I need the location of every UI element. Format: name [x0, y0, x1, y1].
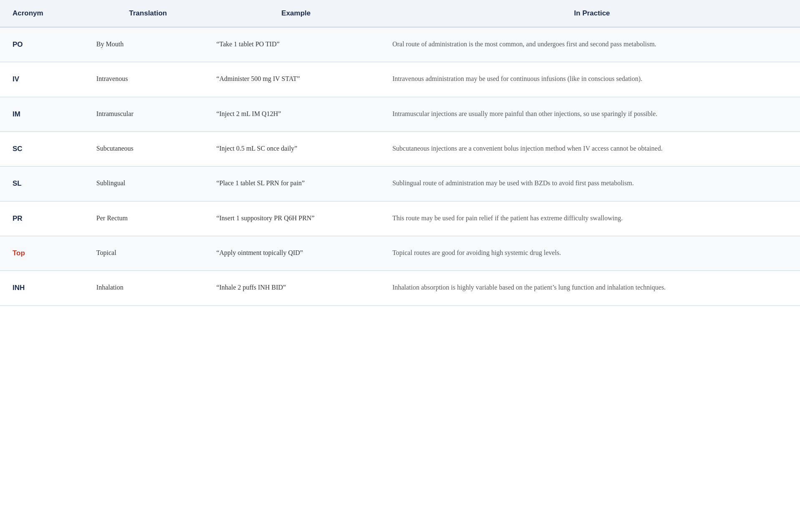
table-row: IVIntravenous“Administer 500 mg IV STAT”…: [0, 62, 800, 97]
cell-example: “Place 1 tablet SL PRN for pain”: [208, 166, 384, 201]
cell-acronym: IM: [0, 97, 88, 131]
cell-translation: Inhalation: [88, 271, 208, 305]
cell-inpractice: Intramuscular injections are usually mor…: [384, 97, 800, 131]
cell-inpractice: Sublingual route of administration may b…: [384, 166, 800, 201]
cell-inpractice: Topical routes are good for avoiding hig…: [384, 236, 800, 271]
cell-acronym: SL: [0, 166, 88, 201]
cell-acronym: INH: [0, 271, 88, 305]
main-container: Acronym Translation Example In Practice …: [0, 0, 800, 532]
cell-acronym: PR: [0, 201, 88, 236]
cell-inpractice: Oral route of administration is the most…: [384, 27, 800, 62]
cell-example: “Inhale 2 puffs INH BID”: [208, 271, 384, 305]
header-translation: Translation: [88, 0, 208, 27]
table-header-row: Acronym Translation Example In Practice: [0, 0, 800, 27]
table-row: TopTopical“Apply ointment topically QID”…: [0, 236, 800, 271]
cell-example: “Administer 500 mg IV STAT”: [208, 62, 384, 97]
cell-inpractice: Subcutaneous injections are a convenient…: [384, 132, 800, 166]
cell-inpractice: Intravenous administration may be used f…: [384, 62, 800, 97]
header-example: Example: [208, 0, 384, 27]
cell-acronym: IV: [0, 62, 88, 97]
cell-translation: Topical: [88, 236, 208, 271]
cell-translation: Sublingual: [88, 166, 208, 201]
header-acronym: Acronym: [0, 0, 88, 27]
cell-translation: Per Rectum: [88, 201, 208, 236]
table-row: SCSubcutaneous“Inject 0.5 mL SC once dai…: [0, 132, 800, 166]
cell-acronym: SC: [0, 132, 88, 166]
cell-translation: Subcutaneous: [88, 132, 208, 166]
table-row: SLSublingual“Place 1 tablet SL PRN for p…: [0, 166, 800, 201]
cell-acronym: PO: [0, 27, 88, 62]
cell-translation: Intramuscular: [88, 97, 208, 131]
cell-example: “Apply ointment topically QID”: [208, 236, 384, 271]
cell-acronym: Top: [0, 236, 88, 271]
table-row: POBy Mouth“Take 1 tablet PO TID”Oral rou…: [0, 27, 800, 62]
cell-inpractice: Inhalation absorption is highly variable…: [384, 271, 800, 305]
table-row: PRPer Rectum“Insert 1 suppository PR Q6H…: [0, 201, 800, 236]
header-inpractice: In Practice: [384, 0, 800, 27]
table-row: IMIntramuscular“Inject 2 mL IM Q12H”Intr…: [0, 97, 800, 131]
medication-table: Acronym Translation Example In Practice …: [0, 0, 800, 306]
cell-translation: By Mouth: [88, 27, 208, 62]
table-row: INHInhalation“Inhale 2 puffs INH BID”Inh…: [0, 271, 800, 305]
cell-example: “Inject 0.5 mL SC once daily”: [208, 132, 384, 166]
cell-translation: Intravenous: [88, 62, 208, 97]
cell-inpractice: This route may be used for pain relief i…: [384, 201, 800, 236]
cell-example: “Inject 2 mL IM Q12H”: [208, 97, 384, 131]
cell-example: “Insert 1 suppository PR Q6H PRN”: [208, 201, 384, 236]
cell-example: “Take 1 tablet PO TID”: [208, 27, 384, 62]
